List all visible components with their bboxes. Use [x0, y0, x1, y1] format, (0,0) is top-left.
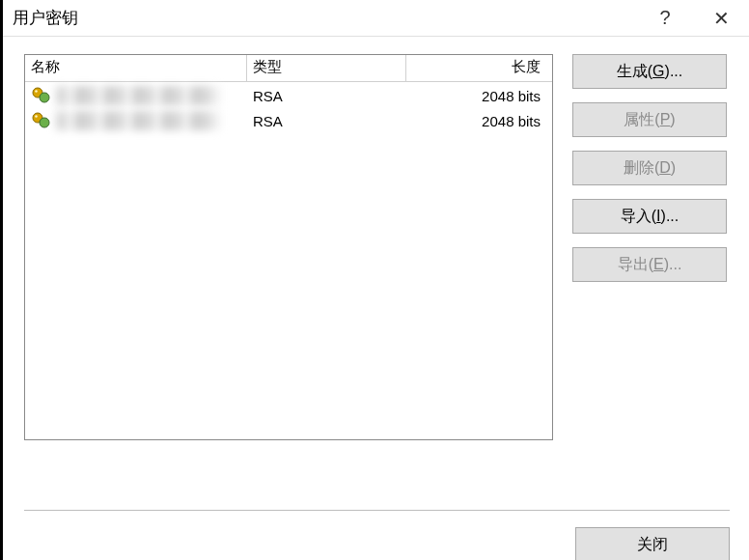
column-header-length[interactable]: 长度	[406, 55, 552, 81]
separator	[24, 510, 730, 511]
cell-length: 2048 bits	[406, 113, 552, 129]
column-header-name[interactable]: 名称	[25, 55, 247, 81]
dialog-content: 名称 类型 长度	[3, 37, 749, 560]
svg-point-5	[35, 115, 38, 118]
key-icon	[31, 112, 52, 129]
titlebar: 用户密钥 ? ✕	[3, 0, 749, 37]
list-body: RSA 2048 bits RSA	[25, 82, 552, 132]
key-name-redacted	[56, 86, 220, 105]
cell-type: RSA	[247, 88, 406, 104]
table-row[interactable]: RSA 2048 bits	[25, 107, 552, 132]
cell-name	[25, 86, 247, 105]
key-list[interactable]: 名称 类型 长度	[24, 54, 553, 440]
export-button[interactable]: 导出(E)...	[572, 247, 727, 282]
help-button[interactable]: ?	[637, 0, 693, 37]
close-row: 关闭	[575, 527, 730, 560]
column-header-type[interactable]: 类型	[247, 55, 406, 81]
cell-length: 2048 bits	[406, 88, 552, 104]
delete-button[interactable]: 删除(D)	[572, 151, 727, 185]
key-name-redacted	[56, 111, 220, 130]
close-window-button[interactable]: ✕	[693, 0, 749, 37]
properties-button[interactable]: 属性(P)	[572, 102, 727, 137]
key-icon	[31, 87, 52, 104]
list-header: 名称 类型 长度	[25, 55, 552, 82]
main-area: 名称 类型 长度	[24, 54, 730, 440]
side-buttons: 生成(G)... 属性(P) 删除(D) 导入(I)... 导出(E)...	[572, 54, 727, 440]
svg-point-2	[35, 90, 38, 93]
import-button[interactable]: 导入(I)...	[572, 199, 727, 234]
close-button[interactable]: 关闭	[575, 527, 730, 560]
svg-point-1	[40, 93, 49, 102]
table-row[interactable]: RSA 2048 bits	[25, 82, 552, 107]
cell-type: RSA	[247, 113, 406, 129]
generate-button[interactable]: 生成(G)...	[572, 54, 727, 89]
window-title: 用户密钥	[13, 7, 637, 29]
cell-name	[25, 111, 247, 130]
svg-point-4	[40, 118, 49, 127]
